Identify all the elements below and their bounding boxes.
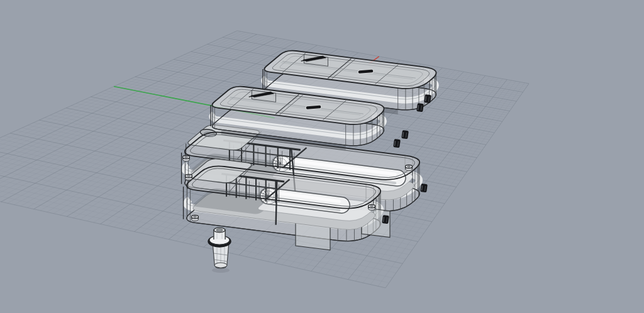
exploded-assembly <box>182 51 436 273</box>
3d-viewport[interactable] <box>0 0 644 313</box>
lid-slot <box>308 107 319 108</box>
lid-slot <box>360 71 372 72</box>
viewport-canvas[interactable] <box>0 0 644 313</box>
flanged-bushing[interactable] <box>209 228 230 273</box>
